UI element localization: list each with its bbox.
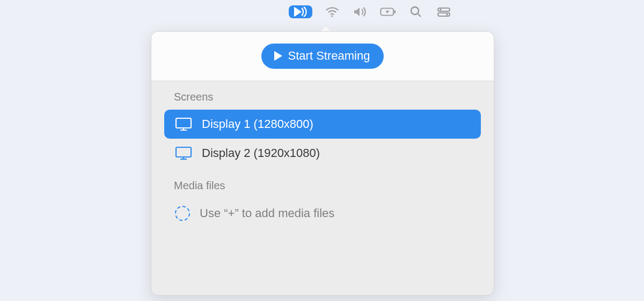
add-media-circle-icon [175,206,190,221]
menubar [0,5,644,18]
start-streaming-button[interactable]: Start Streaming [261,44,384,69]
monitor-icon [175,117,192,131]
streaming-panel: Start Streaming Screens Display 1 (1280x… [151,31,494,296]
control-center-icon[interactable] [436,5,452,18]
svg-rect-2 [394,10,396,13]
wifi-icon[interactable] [324,5,340,18]
svg-point-6 [440,9,442,11]
svg-point-8 [446,13,448,16]
media-section: Media files Use “+” to add media files [151,174,494,228]
panel-header: Start Streaming [151,32,494,81]
monitor-icon [175,146,192,160]
svg-rect-12 [176,147,191,157]
svg-line-4 [418,14,421,17]
screen-item-label: Display 1 (1280x800) [202,117,313,131]
screen-item-display2[interactable]: Display 2 (1920x1080) [164,139,481,168]
start-streaming-label: Start Streaming [288,49,370,63]
battery-charging-icon[interactable] [380,5,396,18]
media-placeholder-row[interactable]: Use “+” to add media files [164,198,481,228]
screens-section-label: Screens [164,91,481,110]
play-icon [273,51,283,61]
svg-rect-9 [176,118,191,128]
screen-item-display1[interactable]: Display 1 (1280x800) [164,110,481,139]
screen-item-label: Display 2 (1920x1080) [202,146,320,160]
media-section-label: Media files [164,180,481,198]
cast-icon[interactable] [289,5,312,18]
svg-point-0 [332,16,333,17]
media-placeholder-label: Use “+” to add media files [200,206,334,220]
screens-section: Screens Display 1 (1280x800) Display 2 (… [151,81,494,174]
svg-point-3 [411,7,419,15]
volume-icon[interactable] [352,5,368,18]
search-icon[interactable] [408,5,424,18]
